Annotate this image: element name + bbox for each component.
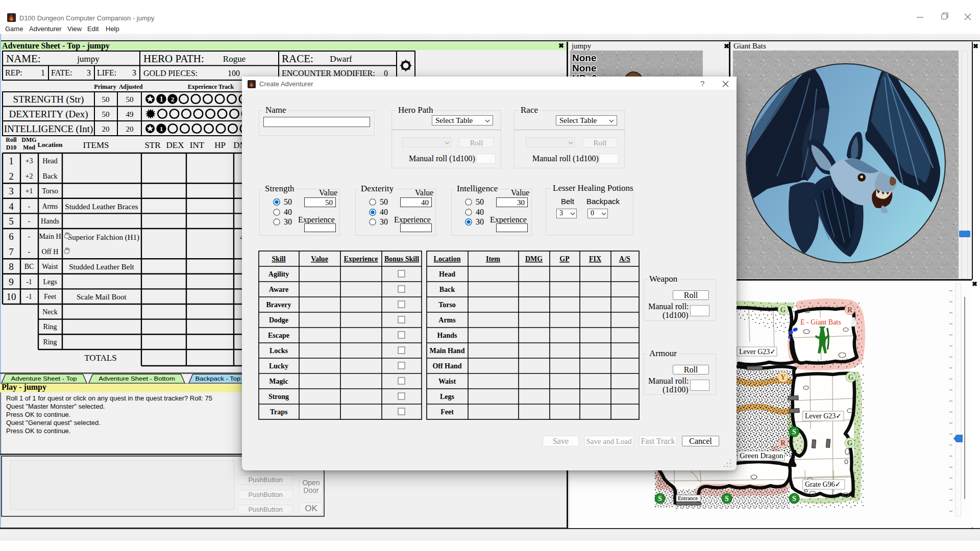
svg-text:S: S — [792, 495, 796, 503]
svg-text:DEX: DEX — [166, 140, 184, 150]
svg-text:DEXTERITY (Dex): DEXTERITY (Dex) — [9, 109, 88, 120]
svg-text:+1: +1 — [26, 187, 33, 195]
svg-text:Main H: Main H — [39, 233, 61, 240]
svg-text:1: 1 — [41, 68, 45, 77]
svg-text:Magic: Magic — [269, 378, 288, 385]
svg-text:1: 1 — [9, 156, 14, 166]
svg-text:49: 49 — [126, 110, 134, 118]
svg-text:Dwarf: Dwarf — [330, 54, 352, 64]
svg-text:Legs: Legs — [440, 393, 455, 400]
svg-text:Grate G96✓: Grate G96✓ — [805, 481, 841, 488]
svg-text:Agility: Agility — [268, 270, 289, 278]
svg-text:Studded Leather Braces: Studded Leather Braces — [65, 203, 138, 211]
svg-text:R: R — [780, 439, 786, 447]
svg-text:1: 1 — [159, 95, 163, 103]
svg-text:Adventure Sheet - Top: Adventure Sheet - Top — [11, 375, 77, 382]
svg-text:Off Hand: Off Hand — [432, 362, 461, 370]
svg-text:INT: INT — [190, 140, 205, 150]
svg-text:9: 9 — [9, 277, 14, 287]
svg-text:100: 100 — [228, 69, 240, 78]
svg-text:STRENGTH (Str): STRENGTH (Str) — [13, 94, 84, 105]
svg-text:Location: Location — [37, 141, 63, 148]
svg-text:GOLD PIECES:: GOLD PIECES: — [143, 69, 198, 78]
svg-text:Waist: Waist — [42, 263, 58, 270]
svg-text:S: S — [658, 495, 662, 503]
svg-text:RACE:: RACE: — [282, 53, 313, 65]
svg-text:DMG: DMG — [525, 255, 543, 263]
svg-text:G: G — [847, 439, 853, 447]
svg-text:TOTALS: TOTALS — [84, 353, 117, 363]
svg-text:6: 6 — [9, 231, 14, 242]
svg-text:A/S: A/S — [619, 255, 630, 263]
svg-text:None: None — [572, 63, 597, 73]
svg-text:Adventure Sheet - Bottom: Adventure Sheet - Bottom — [99, 375, 175, 382]
svg-text:None: None — [572, 53, 597, 63]
svg-text:Neck: Neck — [42, 308, 58, 316]
svg-text:3: 3 — [9, 186, 14, 196]
svg-text:Arms: Arms — [438, 316, 456, 324]
svg-text:Hands: Hands — [41, 217, 59, 225]
svg-text:Head: Head — [439, 270, 455, 278]
svg-text:Torso: Torso — [42, 187, 58, 195]
svg-text:Waist: Waist — [438, 378, 456, 385]
svg-text:-: - — [28, 233, 31, 240]
svg-text:-: - — [28, 203, 31, 210]
svg-text:Rogue: Rogue — [223, 54, 246, 64]
svg-text:Dodge: Dodge — [269, 316, 288, 324]
svg-text:Escape: Escape — [268, 332, 289, 339]
svg-text:NAME:: NAME: — [6, 53, 41, 65]
svg-text:Skill: Skill — [272, 255, 285, 263]
svg-text:3: 3 — [132, 68, 136, 77]
svg-text:Item: Item — [486, 255, 500, 263]
svg-text:INTELLIGENCE (Int): INTELLIGENCE (Int) — [4, 123, 93, 135]
svg-text:GP: GP — [559, 255, 570, 263]
svg-text:Aware: Aware — [269, 286, 288, 293]
svg-text:Feet: Feet — [440, 408, 454, 416]
svg-text:Superior Falchion (H1): Superior Falchion (H1) — [68, 233, 139, 242]
svg-text:LIFE:: LIFE: — [97, 68, 116, 77]
svg-text:STR: STR — [144, 140, 161, 150]
svg-text:20: 20 — [126, 125, 134, 133]
svg-text:HP: HP — [214, 140, 226, 150]
svg-text:Main Hand: Main Hand — [430, 347, 465, 355]
svg-text:jumpy: jumpy — [77, 54, 100, 64]
svg-text:7: 7 — [9, 246, 14, 257]
svg-text:HERO PATH:: HERO PATH: — [143, 53, 204, 65]
svg-text:G: G — [848, 373, 854, 381]
svg-text:20: 20 — [102, 125, 110, 133]
svg-text:Back: Back — [43, 172, 58, 180]
svg-text:Location: Location — [434, 255, 461, 263]
svg-text:ITEMS: ITEMS — [83, 140, 109, 150]
svg-text:S: S — [725, 495, 729, 503]
svg-text:Feet: Feet — [44, 293, 56, 300]
svg-text:Primary: Primary — [94, 83, 116, 90]
svg-text:Head: Head — [42, 157, 58, 165]
svg-text:1: 1 — [160, 125, 163, 133]
svg-text:Lever G23✓: Lever G23✓ — [805, 412, 842, 420]
svg-text:Adjusted: Adjusted — [119, 83, 143, 90]
svg-text:2: 2 — [171, 95, 175, 103]
svg-text:8: 8 — [9, 261, 14, 272]
svg-text:50: 50 — [102, 110, 110, 118]
svg-text:+2: +2 — [26, 172, 33, 180]
svg-text:R: R — [847, 306, 853, 314]
svg-text:-1: -1 — [26, 293, 32, 300]
svg-text:Arms: Arms — [42, 203, 58, 210]
svg-text:2: 2 — [9, 171, 14, 182]
svg-text:Experience: Experience — [344, 255, 378, 263]
svg-text:G: G — [780, 306, 786, 314]
svg-text:FIX: FIX — [589, 255, 601, 263]
svg-text:REP:: REP: — [5, 68, 22, 77]
svg-text:Ring: Ring — [43, 338, 57, 346]
svg-text:-: - — [28, 248, 31, 256]
svg-text:Lever G23✓: Lever G23✓ — [739, 348, 776, 356]
svg-text:3: 3 — [87, 68, 91, 77]
svg-text:4: 4 — [9, 201, 14, 212]
svg-text:Scale Mail Boot: Scale Mail Boot — [77, 293, 127, 301]
svg-text:S: S — [792, 428, 796, 436]
svg-text:Locks: Locks — [270, 347, 288, 355]
svg-text:D10: D10 — [6, 144, 17, 151]
svg-text:5: 5 — [9, 216, 14, 227]
svg-text:FATE:: FATE: — [51, 68, 72, 77]
svg-text:50: 50 — [126, 95, 134, 104]
